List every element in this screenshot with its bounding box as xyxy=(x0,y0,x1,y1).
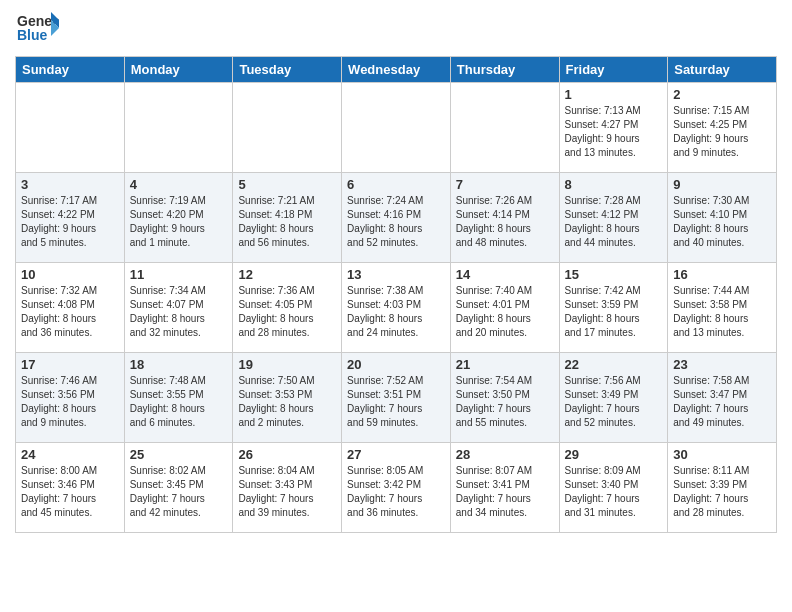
day-cell-28: 28Sunrise: 8:07 AM Sunset: 3:41 PM Dayli… xyxy=(450,443,559,533)
day-cell-20: 20Sunrise: 7:52 AM Sunset: 3:51 PM Dayli… xyxy=(342,353,451,443)
week-row-5: 24Sunrise: 8:00 AM Sunset: 3:46 PM Dayli… xyxy=(16,443,777,533)
weekday-header-friday: Friday xyxy=(559,57,668,83)
day-info: Sunrise: 8:00 AM Sunset: 3:46 PM Dayligh… xyxy=(21,464,119,520)
day-info: Sunrise: 7:13 AM Sunset: 4:27 PM Dayligh… xyxy=(565,104,663,160)
day-info: Sunrise: 7:56 AM Sunset: 3:49 PM Dayligh… xyxy=(565,374,663,430)
logo: General Blue xyxy=(15,10,59,48)
weekday-header-tuesday: Tuesday xyxy=(233,57,342,83)
day-cell-22: 22Sunrise: 7:56 AM Sunset: 3:49 PM Dayli… xyxy=(559,353,668,443)
day-info: Sunrise: 7:40 AM Sunset: 4:01 PM Dayligh… xyxy=(456,284,554,340)
day-number: 1 xyxy=(565,87,663,102)
day-number: 3 xyxy=(21,177,119,192)
day-info: Sunrise: 7:30 AM Sunset: 4:10 PM Dayligh… xyxy=(673,194,771,250)
day-cell-16: 16Sunrise: 7:44 AM Sunset: 3:58 PM Dayli… xyxy=(668,263,777,353)
day-info: Sunrise: 7:52 AM Sunset: 3:51 PM Dayligh… xyxy=(347,374,445,430)
day-number: 29 xyxy=(565,447,663,462)
day-cell-6: 6Sunrise: 7:24 AM Sunset: 4:16 PM Daylig… xyxy=(342,173,451,263)
day-number: 2 xyxy=(673,87,771,102)
day-cell-23: 23Sunrise: 7:58 AM Sunset: 3:47 PM Dayli… xyxy=(668,353,777,443)
day-info: Sunrise: 7:26 AM Sunset: 4:14 PM Dayligh… xyxy=(456,194,554,250)
weekday-header-saturday: Saturday xyxy=(668,57,777,83)
day-cell-5: 5Sunrise: 7:21 AM Sunset: 4:18 PM Daylig… xyxy=(233,173,342,263)
day-info: Sunrise: 7:54 AM Sunset: 3:50 PM Dayligh… xyxy=(456,374,554,430)
day-cell-12: 12Sunrise: 7:36 AM Sunset: 4:05 PM Dayli… xyxy=(233,263,342,353)
day-info: Sunrise: 8:07 AM Sunset: 3:41 PM Dayligh… xyxy=(456,464,554,520)
day-info: Sunrise: 7:19 AM Sunset: 4:20 PM Dayligh… xyxy=(130,194,228,250)
day-number: 28 xyxy=(456,447,554,462)
empty-cell xyxy=(124,83,233,173)
day-number: 24 xyxy=(21,447,119,462)
day-number: 12 xyxy=(238,267,336,282)
day-number: 22 xyxy=(565,357,663,372)
weekday-header-thursday: Thursday xyxy=(450,57,559,83)
day-number: 5 xyxy=(238,177,336,192)
day-info: Sunrise: 7:44 AM Sunset: 3:58 PM Dayligh… xyxy=(673,284,771,340)
day-number: 11 xyxy=(130,267,228,282)
day-info: Sunrise: 7:15 AM Sunset: 4:25 PM Dayligh… xyxy=(673,104,771,160)
day-info: Sunrise: 8:05 AM Sunset: 3:42 PM Dayligh… xyxy=(347,464,445,520)
day-info: Sunrise: 7:32 AM Sunset: 4:08 PM Dayligh… xyxy=(21,284,119,340)
svg-text:Blue: Blue xyxy=(17,27,48,43)
logo-icon: General Blue xyxy=(15,10,59,48)
day-cell-8: 8Sunrise: 7:28 AM Sunset: 4:12 PM Daylig… xyxy=(559,173,668,263)
day-cell-17: 17Sunrise: 7:46 AM Sunset: 3:56 PM Dayli… xyxy=(16,353,125,443)
day-cell-4: 4Sunrise: 7:19 AM Sunset: 4:20 PM Daylig… xyxy=(124,173,233,263)
day-cell-14: 14Sunrise: 7:40 AM Sunset: 4:01 PM Dayli… xyxy=(450,263,559,353)
day-number: 27 xyxy=(347,447,445,462)
day-cell-24: 24Sunrise: 8:00 AM Sunset: 3:46 PM Dayli… xyxy=(16,443,125,533)
week-row-1: 1Sunrise: 7:13 AM Sunset: 4:27 PM Daylig… xyxy=(16,83,777,173)
day-info: Sunrise: 7:50 AM Sunset: 3:53 PM Dayligh… xyxy=(238,374,336,430)
day-cell-19: 19Sunrise: 7:50 AM Sunset: 3:53 PM Dayli… xyxy=(233,353,342,443)
day-info: Sunrise: 7:21 AM Sunset: 4:18 PM Dayligh… xyxy=(238,194,336,250)
day-number: 14 xyxy=(456,267,554,282)
empty-cell xyxy=(342,83,451,173)
day-cell-7: 7Sunrise: 7:26 AM Sunset: 4:14 PM Daylig… xyxy=(450,173,559,263)
day-number: 10 xyxy=(21,267,119,282)
day-cell-9: 9Sunrise: 7:30 AM Sunset: 4:10 PM Daylig… xyxy=(668,173,777,263)
week-row-3: 10Sunrise: 7:32 AM Sunset: 4:08 PM Dayli… xyxy=(16,263,777,353)
day-cell-29: 29Sunrise: 8:09 AM Sunset: 3:40 PM Dayli… xyxy=(559,443,668,533)
day-cell-25: 25Sunrise: 8:02 AM Sunset: 3:45 PM Dayli… xyxy=(124,443,233,533)
day-cell-13: 13Sunrise: 7:38 AM Sunset: 4:03 PM Dayli… xyxy=(342,263,451,353)
day-cell-1: 1Sunrise: 7:13 AM Sunset: 4:27 PM Daylig… xyxy=(559,83,668,173)
day-info: Sunrise: 7:36 AM Sunset: 4:05 PM Dayligh… xyxy=(238,284,336,340)
day-number: 7 xyxy=(456,177,554,192)
day-info: Sunrise: 7:42 AM Sunset: 3:59 PM Dayligh… xyxy=(565,284,663,340)
day-cell-10: 10Sunrise: 7:32 AM Sunset: 4:08 PM Dayli… xyxy=(16,263,125,353)
day-info: Sunrise: 8:04 AM Sunset: 3:43 PM Dayligh… xyxy=(238,464,336,520)
day-number: 30 xyxy=(673,447,771,462)
header: General Blue xyxy=(15,10,777,48)
day-info: Sunrise: 8:09 AM Sunset: 3:40 PM Dayligh… xyxy=(565,464,663,520)
day-info: Sunrise: 7:24 AM Sunset: 4:16 PM Dayligh… xyxy=(347,194,445,250)
day-cell-3: 3Sunrise: 7:17 AM Sunset: 4:22 PM Daylig… xyxy=(16,173,125,263)
day-number: 4 xyxy=(130,177,228,192)
day-number: 17 xyxy=(21,357,119,372)
day-info: Sunrise: 7:17 AM Sunset: 4:22 PM Dayligh… xyxy=(21,194,119,250)
day-number: 20 xyxy=(347,357,445,372)
day-cell-15: 15Sunrise: 7:42 AM Sunset: 3:59 PM Dayli… xyxy=(559,263,668,353)
day-number: 13 xyxy=(347,267,445,282)
calendar: SundayMondayTuesdayWednesdayThursdayFrid… xyxy=(15,56,777,533)
empty-cell xyxy=(450,83,559,173)
empty-cell xyxy=(233,83,342,173)
day-cell-30: 30Sunrise: 8:11 AM Sunset: 3:39 PM Dayli… xyxy=(668,443,777,533)
day-number: 23 xyxy=(673,357,771,372)
day-info: Sunrise: 7:34 AM Sunset: 4:07 PM Dayligh… xyxy=(130,284,228,340)
day-number: 8 xyxy=(565,177,663,192)
week-row-4: 17Sunrise: 7:46 AM Sunset: 3:56 PM Dayli… xyxy=(16,353,777,443)
weekday-header-monday: Monday xyxy=(124,57,233,83)
day-number: 16 xyxy=(673,267,771,282)
empty-cell xyxy=(16,83,125,173)
day-info: Sunrise: 7:46 AM Sunset: 3:56 PM Dayligh… xyxy=(21,374,119,430)
day-info: Sunrise: 8:02 AM Sunset: 3:45 PM Dayligh… xyxy=(130,464,228,520)
day-cell-21: 21Sunrise: 7:54 AM Sunset: 3:50 PM Dayli… xyxy=(450,353,559,443)
week-row-2: 3Sunrise: 7:17 AM Sunset: 4:22 PM Daylig… xyxy=(16,173,777,263)
day-number: 25 xyxy=(130,447,228,462)
day-number: 19 xyxy=(238,357,336,372)
day-info: Sunrise: 7:58 AM Sunset: 3:47 PM Dayligh… xyxy=(673,374,771,430)
day-cell-18: 18Sunrise: 7:48 AM Sunset: 3:55 PM Dayli… xyxy=(124,353,233,443)
weekday-header-sunday: Sunday xyxy=(16,57,125,83)
day-number: 21 xyxy=(456,357,554,372)
weekday-header-wednesday: Wednesday xyxy=(342,57,451,83)
day-cell-26: 26Sunrise: 8:04 AM Sunset: 3:43 PM Dayli… xyxy=(233,443,342,533)
